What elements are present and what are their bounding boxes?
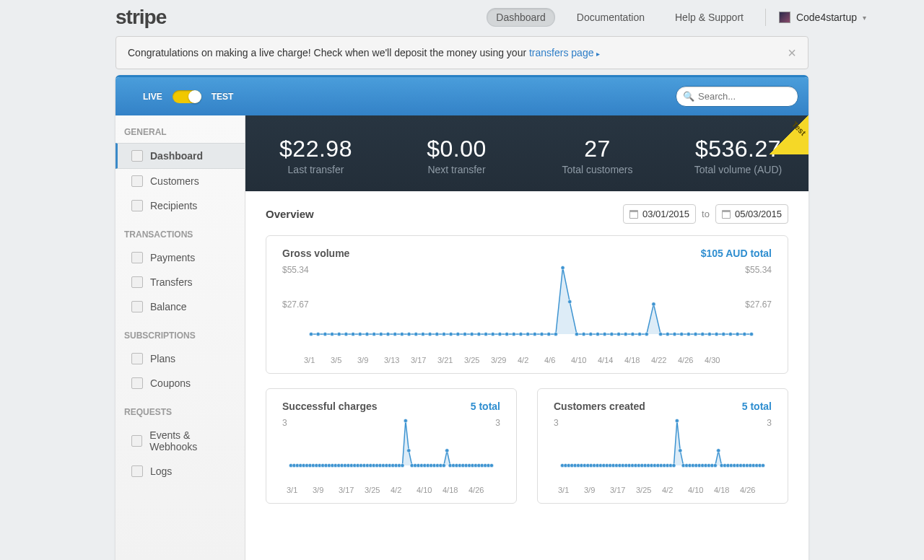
svg-point-44 bbox=[616, 332, 620, 336]
svg-point-12 bbox=[393, 332, 397, 336]
nav-item-icon bbox=[131, 435, 142, 447]
sidebar-item-balance[interactable]: Balance bbox=[116, 294, 245, 319]
date-from-input[interactable]: 03/01/2015 bbox=[623, 204, 696, 224]
transfers-page-link[interactable]: transfers page ▸ bbox=[529, 47, 600, 58]
sidebar-item-events-webhooks[interactable]: Events & Webhooks bbox=[116, 423, 245, 459]
svg-point-48 bbox=[645, 332, 648, 336]
mode-switcher: LIVE TEST bbox=[126, 90, 233, 103]
svg-point-163 bbox=[672, 463, 676, 467]
svg-point-38 bbox=[575, 332, 578, 336]
svg-point-8 bbox=[365, 332, 369, 336]
svg-point-52 bbox=[673, 332, 676, 336]
svg-point-39 bbox=[582, 332, 585, 336]
svg-point-177 bbox=[717, 449, 720, 452]
x-tick: 3/9 bbox=[313, 486, 339, 494]
x-tick: 3/9 bbox=[357, 356, 384, 364]
svg-point-34 bbox=[547, 332, 551, 336]
sidebar-item-plans[interactable]: Plans bbox=[116, 346, 245, 371]
user-menu[interactable]: Code4startup ▾ bbox=[779, 12, 866, 23]
svg-point-3 bbox=[330, 332, 334, 336]
notice-text: Congratulations on making a live charge!… bbox=[128, 47, 600, 58]
x-tick: 3/17 bbox=[610, 486, 636, 494]
x-axis: 3/13/93/173/254/24/104/184/26 bbox=[554, 486, 772, 494]
sidebar-item-label: Payments bbox=[150, 252, 195, 263]
date-range-picker: 03/01/2015 to 05/03/2015 bbox=[623, 204, 788, 224]
svg-point-26 bbox=[491, 332, 494, 336]
live-label: LIVE bbox=[143, 92, 162, 102]
svg-point-22 bbox=[463, 332, 466, 336]
notice-banner: Congratulations on making a live charge!… bbox=[116, 36, 808, 69]
close-icon[interactable]: × bbox=[788, 45, 796, 60]
svg-point-20 bbox=[449, 332, 453, 336]
x-tick: 3/1 bbox=[287, 486, 313, 494]
to-label: to bbox=[702, 209, 710, 219]
blue-header: LIVE TEST 🔍 bbox=[116, 77, 808, 115]
svg-point-47 bbox=[637, 332, 641, 336]
x-tick: 3/5 bbox=[331, 356, 357, 364]
sidebar-item-recipients[interactable]: Recipients bbox=[116, 193, 245, 218]
x-tick: 3/17 bbox=[339, 486, 365, 494]
svg-point-37 bbox=[568, 300, 572, 304]
svg-point-58 bbox=[715, 332, 718, 336]
svg-point-61 bbox=[736, 332, 739, 336]
sidebar-item-coupons[interactable]: Coupons bbox=[116, 371, 245, 395]
chart-total: $105 AUD total bbox=[701, 248, 772, 259]
sidebar-item-transfers[interactable]: Transfers bbox=[116, 270, 245, 294]
nav-item-icon bbox=[131, 301, 143, 312]
svg-point-62 bbox=[743, 332, 746, 336]
date-to-input[interactable]: 05/03/2015 bbox=[715, 204, 788, 224]
nav-help-support[interactable]: Help & Support bbox=[666, 9, 752, 26]
nav-item-icon bbox=[131, 150, 143, 162]
customers-created-card: Customers created 5 total 3 3 3/13/93/17… bbox=[537, 388, 788, 504]
search-wrap: 🔍 bbox=[676, 86, 798, 107]
svg-point-32 bbox=[533, 332, 536, 336]
chart-title: Successful charges bbox=[282, 401, 378, 412]
stat-total-customers: 27 Total customers bbox=[527, 136, 668, 175]
svg-point-1 bbox=[316, 332, 320, 336]
svg-point-10 bbox=[379, 332, 383, 336]
sidebar-item-logs[interactable]: Logs bbox=[116, 459, 245, 484]
top-nav: Dashboard Documentation Help & Support C… bbox=[487, 8, 866, 27]
avatar bbox=[779, 12, 790, 23]
svg-point-42 bbox=[603, 332, 606, 336]
nav-dashboard[interactable]: Dashboard bbox=[487, 8, 555, 27]
live-test-toggle[interactable] bbox=[173, 90, 201, 103]
x-tick: 4/18 bbox=[443, 486, 468, 494]
nav-item-icon bbox=[131, 377, 143, 389]
chart-total: 5 total bbox=[742, 401, 772, 412]
svg-point-27 bbox=[498, 332, 502, 336]
x-tick: 3/25 bbox=[636, 486, 662, 494]
sidebar-item-customers[interactable]: Customers bbox=[116, 169, 245, 193]
nav-item-icon bbox=[131, 252, 143, 263]
sidebar-section-label: SUBSCRIPTIONS bbox=[116, 319, 245, 346]
chart-total: 5 total bbox=[471, 401, 500, 412]
x-tick: 3/1 bbox=[558, 486, 584, 494]
overview-section: Overview 03/01/2015 to 05/03/2015 bbox=[245, 191, 808, 531]
x-axis: 3/13/53/93/133/173/213/253/294/24/64/104… bbox=[282, 356, 772, 364]
search-icon: 🔍 bbox=[683, 91, 694, 102]
svg-point-60 bbox=[728, 332, 732, 336]
svg-point-11 bbox=[386, 332, 390, 336]
sidebar-item-label: Dashboard bbox=[150, 150, 203, 162]
svg-point-28 bbox=[505, 332, 509, 336]
svg-point-23 bbox=[470, 332, 474, 336]
x-tick: 4/26 bbox=[678, 356, 705, 364]
svg-point-113 bbox=[445, 449, 449, 452]
svg-point-57 bbox=[707, 332, 711, 336]
svg-point-0 bbox=[309, 332, 313, 336]
main-panel: LIVE TEST 🔍 GENERALDashboardCustomersRec… bbox=[116, 75, 808, 560]
successful-charges-card: Successful charges 5 total 3 3 3/13/93/1… bbox=[266, 388, 517, 504]
stats-row: Test $22.98 Last transfer $0.00 Next tra… bbox=[245, 115, 808, 191]
svg-point-127 bbox=[489, 463, 493, 467]
nav-documentation[interactable]: Documentation bbox=[568, 9, 653, 26]
stripe-logo: stripe bbox=[116, 6, 166, 29]
x-tick: 4/30 bbox=[705, 356, 731, 364]
svg-point-100 bbox=[404, 419, 407, 422]
sidebar-item-dashboard[interactable]: Dashboard bbox=[116, 143, 245, 169]
calendar-icon bbox=[629, 210, 638, 219]
calendar-icon bbox=[722, 210, 731, 219]
sidebar-section-label: REQUESTS bbox=[116, 395, 245, 423]
svg-point-54 bbox=[687, 332, 690, 336]
sidebar-item-payments[interactable]: Payments bbox=[116, 245, 245, 270]
svg-point-101 bbox=[407, 449, 411, 452]
